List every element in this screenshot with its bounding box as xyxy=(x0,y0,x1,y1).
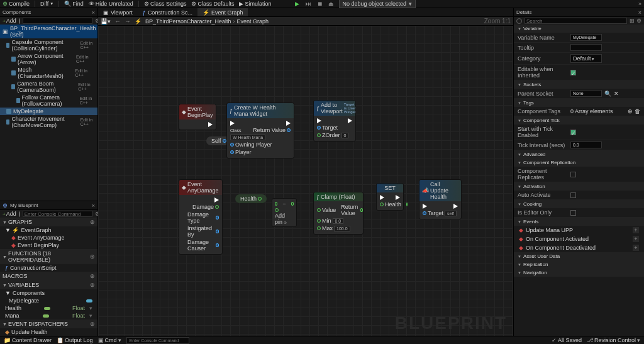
node-call-update[interactable]: 📣Call Update Health Targetself xyxy=(419,179,462,219)
node-set[interactable]: SET Health xyxy=(376,183,404,211)
add-icon[interactable]: ⊕ xyxy=(90,282,95,288)
play-button[interactable]: ▶ xyxy=(294,1,300,7)
event-item[interactable]: ◆On Component Deactivated+ xyxy=(514,243,644,252)
node-subtract[interactable]: − Add pin ⊕ xyxy=(272,198,297,227)
var-category[interactable]: ▼Components xyxy=(0,289,97,297)
tab-viewport[interactable]: ▣Viewport xyxy=(98,8,138,16)
tree-item[interactable]: Character Movement (CharMoveComp)Edit in… xyxy=(0,115,97,129)
close-icon[interactable]: × xyxy=(92,9,95,16)
hide-unrelated-button[interactable]: 👁Hide Unrelated xyxy=(89,1,133,7)
find-button[interactable]: 🔍Find xyxy=(64,1,84,7)
components-search-input[interactable] xyxy=(23,18,92,24)
class-defaults-button[interactable]: ⚙Class Defaults xyxy=(191,1,234,7)
add-event-icon[interactable]: + xyxy=(633,236,639,242)
graphs-section[interactable]: ▼ GRAPHS⊕ xyxy=(0,218,97,226)
output-log-button[interactable]: 📋 Output Log xyxy=(57,337,93,343)
tree-root[interactable]: ▣BP_ThirdPersonCharacter_Health (Self) xyxy=(0,25,97,38)
section-variable[interactable]: Variable xyxy=(514,25,644,33)
autoactivate-checkbox[interactable] xyxy=(570,192,576,198)
tab-construction[interactable]: ƒConstruction Sc... xyxy=(138,8,197,16)
close-icon[interactable]: × xyxy=(638,9,641,16)
section-cooking[interactable]: Cooking xyxy=(514,200,644,208)
event-graph-canvas[interactable]: BLUEPRINT ◆Event BeginPlay Self ƒCreate … xyxy=(98,26,513,336)
section-replication[interactable]: Replication xyxy=(514,260,644,269)
graph-event-item[interactable]: ◆Event BeginPlay xyxy=(0,241,97,249)
parent-socket-input[interactable]: None xyxy=(570,90,602,97)
tree-item[interactable]: Mesh (CharacterMesh0)Edit in C++ xyxy=(0,66,97,80)
section-tags[interactable]: Tags xyxy=(514,99,644,107)
tree-item[interactable]: Arrow Component (Arrow)Edit in C++ xyxy=(0,52,97,66)
variable-item[interactable]: MyDelegate xyxy=(0,297,97,304)
tick-interval-input[interactable] xyxy=(570,141,602,148)
functions-section[interactable]: ▼ FUNCTIONS (18 OVERRIDABLE)⊕ xyxy=(0,249,97,264)
tab-event-graph[interactable]: ⚡Event Graph xyxy=(197,8,248,16)
section-advanced[interactable]: Advanced xyxy=(514,150,644,158)
step-button[interactable]: ⏹ xyxy=(316,1,323,7)
add-icon[interactable]: ⊕ 🗑 xyxy=(628,108,640,114)
cmd-button[interactable]: ▣ Cmd ▾ xyxy=(98,337,121,343)
category-select[interactable]: Default ▾ xyxy=(570,54,602,63)
section-comp-rep[interactable]: Component Replication xyxy=(514,158,644,167)
event-item[interactable]: ◆Update Mana UPP+ xyxy=(514,226,644,235)
console-input[interactable] xyxy=(126,337,189,344)
diff-button[interactable]: Diff▼ xyxy=(40,1,53,7)
add-icon[interactable]: ⊕ xyxy=(90,219,95,225)
dispatcher-item[interactable]: ◆Update Health xyxy=(0,328,97,336)
compile-button[interactable]: ⚙Compile xyxy=(3,1,30,7)
variables-section[interactable]: ▼ VARIABLES⊕ xyxy=(0,280,97,289)
clear-icon[interactable]: ✕ xyxy=(614,91,619,97)
all-saved-status[interactable]: ✓ All Saved xyxy=(552,337,582,343)
section-comp-tick[interactable]: Component Tick xyxy=(514,116,644,125)
save-icon[interactable]: 💾▾ xyxy=(101,18,111,25)
node-health-var[interactable]: Health xyxy=(235,194,267,203)
variable-name-input[interactable] xyxy=(570,34,602,41)
node-event-anydamage[interactable]: ◆Event AnyDamage Damage Damage Type Inst… xyxy=(179,179,223,255)
macros-section[interactable]: MACROS⊕ xyxy=(0,272,97,280)
add-icon[interactable]: ⊕ xyxy=(90,273,95,279)
add-event-icon[interactable]: + xyxy=(633,245,639,251)
nav-fwd-icon[interactable]: → xyxy=(125,18,131,25)
nav-back-icon[interactable]: ← xyxy=(114,18,121,25)
tree-item-selected[interactable]: MyDelegate xyxy=(0,108,97,115)
tick-checkbox[interactable]: ✓ xyxy=(570,130,576,135)
simulation-button[interactable]: ▶Simulation xyxy=(239,1,271,7)
revision-control-button[interactable]: ⎇ Revision Control ▾ xyxy=(587,337,640,343)
blueprint-search-input[interactable] xyxy=(23,211,92,217)
close-icon[interactable]: × xyxy=(92,203,95,209)
section-activation[interactable]: Activation xyxy=(514,182,644,191)
dispatchers-section[interactable]: ▼ EVENT DISPATCHERS⊕ xyxy=(0,319,97,328)
variable-item[interactable]: HealthFloat▾ xyxy=(0,304,97,312)
editoronly-checkbox[interactable] xyxy=(570,210,576,216)
gear-icon[interactable]: ⊞ ⚙ xyxy=(630,18,641,24)
search-icon[interactable]: 🔍 xyxy=(604,91,611,97)
event-item[interactable]: ◆On Component Activated+ xyxy=(514,235,644,243)
add-blueprint-button[interactable]: + Add xyxy=(3,211,16,217)
toolbar-menu-icon[interactable]: » xyxy=(638,1,641,7)
skip-button[interactable]: ⏭ xyxy=(305,1,311,7)
details-search-input[interactable] xyxy=(525,18,627,24)
node-event-beginplay[interactable]: ◆Event BeginPlay xyxy=(179,104,216,130)
add-icon[interactable]: ⊕ xyxy=(90,253,95,260)
section-events[interactable]: Events xyxy=(514,218,644,226)
tree-item[interactable]: Follow Camera (FollowCamera)Edit in C++ xyxy=(0,94,97,108)
tooltip-input[interactable] xyxy=(570,44,602,51)
breadcrumb[interactable]: BP_ThirdPersonCharacter_Health›Event Gra… xyxy=(145,18,269,25)
add-icon[interactable]: ⊕ xyxy=(90,321,95,327)
class-settings-button[interactable]: ⚙Class Settings xyxy=(144,1,187,7)
graph-event-item[interactable]: ◆Event AnyDamage xyxy=(0,234,97,241)
content-drawer-button[interactable]: 📁 Content Drawer xyxy=(4,337,52,343)
add-component-button[interactable]: + Add xyxy=(3,18,16,24)
tree-item[interactable]: Capsule Component (CollisionCylinder)Edi… xyxy=(0,38,97,52)
variable-item[interactable]: ManaFloat▾ xyxy=(0,312,97,319)
editable-checkbox[interactable]: ✓ xyxy=(570,70,576,75)
graph-item[interactable]: ▼ ⚡EventGraph xyxy=(0,226,97,234)
tree-item[interactable]: Camera Boom (CameraBoom)Edit in C++ xyxy=(0,80,97,94)
section-navigation[interactable]: Navigation xyxy=(514,269,644,277)
node-add-viewport[interactable]: ƒAdd to ViewportTarget is User Widget Ta… xyxy=(313,100,356,141)
section-sockets[interactable]: Sockets xyxy=(514,80,644,89)
graph-icon[interactable]: ⚡ xyxy=(135,18,142,25)
add-event-icon[interactable]: + xyxy=(633,227,639,233)
node-clamp[interactable]: ƒClamp (Float) ValueReturn Value Min0.0 … xyxy=(313,192,364,235)
function-item[interactable]: ƒConstructionScript xyxy=(0,264,97,272)
debug-object-select[interactable]: No debug object selected ▼ xyxy=(339,0,416,8)
